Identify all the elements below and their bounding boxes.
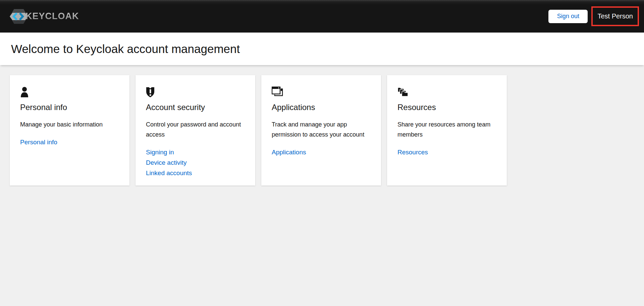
keycloak-logo[interactable]: KEYCLOAK: [9, 8, 79, 24]
personal-info-link[interactable]: Personal info: [20, 137, 119, 147]
device-activity-link[interactable]: Device activity: [146, 157, 245, 168]
card-description: Control your password and account access: [146, 119, 245, 140]
user-icon: [20, 87, 30, 97]
card-title: Personal info: [20, 103, 119, 112]
applications-windows-icon: [272, 87, 283, 97]
page-title: Welcome to Keycloak account management: [11, 42, 240, 56]
card-title: Applications: [272, 103, 371, 112]
card-description: Manage your basic information: [20, 119, 119, 130]
applications-link[interactable]: Applications: [272, 147, 371, 157]
card-title: Resources: [397, 103, 496, 112]
user-menu-highlight-box: Test Person: [591, 6, 639, 26]
card-grid: Personal info Manage your basic informat…: [10, 75, 644, 186]
navbar-actions: Sign out Test Person: [548, 6, 639, 26]
resources-link[interactable]: Resources: [397, 147, 496, 157]
resources-folders-icon: [397, 87, 409, 97]
card-links: Resources: [397, 147, 496, 157]
linked-accounts-link[interactable]: Linked accounts: [146, 168, 245, 178]
card-title: Account security: [146, 103, 245, 112]
card-personal-info: Personal info Manage your basic informat…: [10, 75, 129, 186]
brand-name: KEYCLOAK: [25, 11, 79, 21]
user-menu[interactable]: Test Person: [597, 12, 633, 20]
top-navbar: KEYCLOAK Sign out Test Person: [0, 0, 644, 33]
security-shield-icon: [146, 87, 155, 97]
page-header-band: Welcome to Keycloak account management: [0, 33, 644, 65]
card-links: Signing inDevice activityLinked accounts: [146, 147, 245, 178]
card-applications: Applications Track and manage your app p…: [261, 75, 381, 186]
card-links: Personal info: [20, 137, 119, 147]
main-content: Personal info Manage your basic informat…: [0, 65, 644, 186]
card-resources: Resources Share your resources among tea…: [387, 75, 507, 186]
card-description: Share your resources among team members: [397, 119, 496, 140]
signing-in-link[interactable]: Signing in: [146, 147, 245, 157]
card-links: Applications: [272, 147, 371, 157]
card-account-security: Account security Control your password a…: [136, 75, 255, 186]
sign-out-button[interactable]: Sign out: [548, 10, 588, 23]
card-description: Track and manage your app permission to …: [272, 119, 371, 140]
